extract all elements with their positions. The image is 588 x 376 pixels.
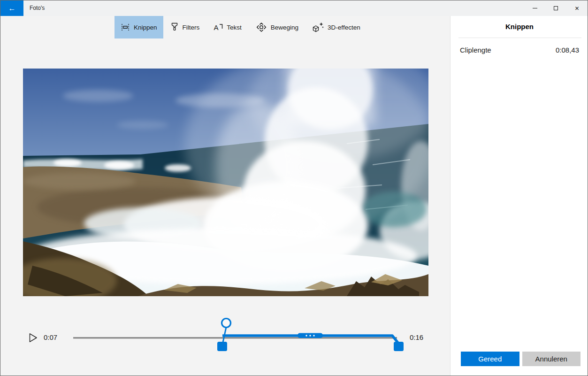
minimize-button[interactable] bbox=[524, 0, 545, 16]
cliplength-row: Cliplengte 0:08,43 bbox=[460, 46, 579, 54]
svg-text:A: A bbox=[214, 23, 219, 31]
back-arrow-icon: ← bbox=[8, 4, 16, 13]
trim-icon bbox=[121, 23, 130, 31]
3d-effects-icon bbox=[313, 22, 324, 32]
panel-title: Knippen bbox=[451, 16, 588, 31]
play-icon bbox=[30, 333, 37, 341]
done-button[interactable]: Gereed bbox=[461, 352, 519, 366]
video-preview[interactable] bbox=[23, 69, 428, 296]
cancel-button[interactable]: Annuleren bbox=[522, 352, 581, 366]
panel-buttons: Gereed Annuleren bbox=[461, 352, 580, 366]
motion-icon bbox=[256, 23, 267, 32]
app-title: Foto's bbox=[30, 0, 45, 16]
play-button[interactable] bbox=[28, 331, 39, 344]
back-button[interactable]: ← bbox=[0, 0, 23, 16]
minimize-icon bbox=[533, 8, 537, 8]
tab-tekst[interactable]: A Tekst bbox=[206, 16, 249, 38]
tab-label: Beweging bbox=[271, 24, 298, 31]
filters-icon bbox=[170, 23, 179, 32]
end-time-label: 0:16 bbox=[410, 333, 423, 341]
trim-panel: Knippen Cliplengte 0:08,43 Gereed Annule… bbox=[450, 16, 588, 376]
close-icon: ✕ bbox=[574, 6, 579, 11]
cliplength-value: 0:08,43 bbox=[556, 46, 579, 54]
tab-label: Knippen bbox=[134, 24, 157, 31]
maximize-button[interactable] bbox=[545, 0, 566, 16]
tab-knippen[interactable]: Knippen bbox=[115, 16, 163, 38]
window-controls: ✕ bbox=[524, 0, 588, 16]
playhead[interactable] bbox=[222, 319, 231, 328]
current-time-label: 0:07 bbox=[44, 333, 57, 341]
tab-beweging[interactable]: Beweging bbox=[249, 16, 305, 38]
photos-app-window: ← Foto's ✕ Knippen bbox=[0, 0, 588, 376]
trim-handle-left[interactable] bbox=[217, 342, 227, 351]
grip-dot bbox=[313, 335, 314, 336]
text-icon: A bbox=[214, 23, 223, 32]
trim-handle-right[interactable] bbox=[394, 342, 404, 351]
cliplength-label: Cliplengte bbox=[460, 46, 491, 54]
grip-dot bbox=[309, 335, 311, 336]
grip-dot bbox=[305, 335, 307, 336]
editor-toolbar: Knippen Filters A Tekst bbox=[115, 16, 367, 38]
tab-3d-effecten[interactable]: 3D-effecten bbox=[305, 16, 367, 38]
trim-timeline bbox=[66, 310, 409, 362]
tab-filters[interactable]: Filters bbox=[163, 16, 207, 38]
panel-divider bbox=[458, 38, 581, 38]
close-button[interactable]: ✕ bbox=[566, 0, 588, 16]
timeline-track[interactable] bbox=[73, 337, 397, 339]
maximize-icon bbox=[554, 6, 558, 10]
tab-label: Filters bbox=[183, 24, 200, 31]
tab-label: 3D-effecten bbox=[328, 24, 360, 31]
titlebar: ← Foto's ✕ bbox=[0, 0, 588, 16]
tab-label: Tekst bbox=[227, 24, 242, 31]
